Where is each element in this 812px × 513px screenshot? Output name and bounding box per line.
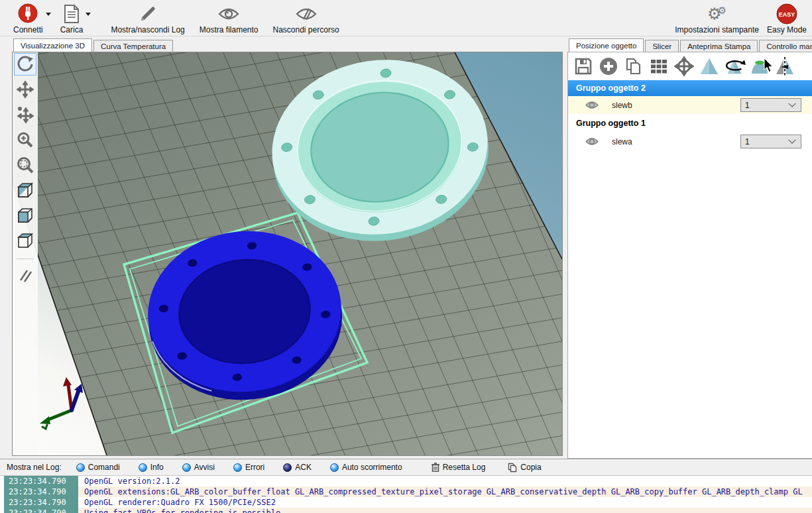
log-toggle-info[interactable]: Info: [139, 463, 164, 472]
copies-value: 1: [741, 137, 789, 146]
isometric-view-button[interactable]: [14, 179, 36, 201]
right-panel-tabs: Posizione oggetto Slicer Anteprima Stamp…: [569, 37, 812, 52]
object-group-header-2[interactable]: Gruppo oggetto 2: [568, 80, 812, 96]
rotate-view-button[interactable]: [14, 53, 36, 76]
axes-indicator: [40, 377, 83, 429]
parallel-projection-button[interactable]: [14, 264, 36, 287]
mirror-object-icon: [775, 56, 795, 76]
copy-object-icon: [624, 56, 644, 76]
reset-log-label: Resetta Log: [443, 463, 486, 472]
easy-mode-button[interactable]: EASY Easy Mode: [763, 2, 811, 36]
rotate-object-button[interactable]: [723, 55, 746, 78]
log-timestamp: 23:23:34.790: [4, 476, 78, 486]
toggle-log-button[interactable]: Mostra/nascondi Log: [107, 2, 188, 36]
tab-manual-control[interactable]: Controllo manuale: [759, 40, 812, 52]
connect-dropdown-caret[interactable]: [46, 13, 51, 16]
easy-badge-text: EASY: [779, 11, 795, 18]
zoom-in-icon: [17, 131, 34, 148]
center-object-button[interactable]: [673, 55, 695, 78]
copy-icon: [508, 463, 517, 473]
show-filament-button[interactable]: Mostra filamento: [196, 2, 262, 36]
front-view-icon: [16, 206, 34, 225]
log-toggle-errors[interactable]: Errori: [233, 463, 264, 472]
reset-log-button[interactable]: Resetta Log: [432, 463, 486, 472]
mirror-object-button[interactable]: [774, 55, 796, 78]
chevron-down-icon: [788, 99, 795, 107]
tab-temperature-curve[interactable]: Curva Temperatura: [93, 40, 173, 52]
copy-log-label: Copia: [520, 463, 541, 472]
top-view-button[interactable]: [14, 229, 36, 252]
log-toolbar: Mostra nel Log: Comandi Info Avvisi Erro…: [0, 459, 812, 476]
log-row: 23:23:34.790 OpenGL version:2.1.2: [0, 476, 812, 486]
copy-log-button[interactable]: Copia: [508, 463, 541, 473]
document-icon: [63, 3, 80, 25]
rotate-object-icon: [723, 56, 746, 76]
load-button[interactable]: Carica: [56, 2, 87, 36]
plug-icon: [17, 3, 38, 25]
add-object-icon: [599, 56, 618, 76]
tab-object-placement[interactable]: Posizione oggetto: [569, 38, 644, 52]
front-view-button[interactable]: [14, 204, 36, 227]
log-toggle-autoscroll[interactable]: Auto scorrimento: [330, 463, 402, 472]
autoposition-button[interactable]: [648, 55, 670, 78]
center-object-icon: [673, 56, 695, 77]
easy-mode-label: Easy Mode: [767, 25, 807, 34]
log-message: OpenGL version:2.1.2: [78, 476, 812, 486]
log-toggle-ack[interactable]: ACK: [283, 463, 312, 472]
tab-slicer[interactable]: Slicer: [645, 40, 679, 52]
save-icon: [573, 56, 593, 76]
eye-off-icon: [295, 3, 318, 25]
log-row: 23:23:34.790 OpenGL extensions:GL_ARB_co…: [0, 486, 812, 497]
toggle-label: Comandi: [88, 463, 120, 472]
right-panel: Posizione oggetto Slicer Anteprima Stamp…: [567, 37, 812, 459]
tab-object-placement-label: Posizione oggetto: [576, 42, 636, 50]
printer-settings-label: Impostazioni stampante: [675, 25, 759, 34]
add-object-button[interactable]: [597, 55, 620, 78]
log-toggle-warnings[interactable]: Avvisi: [182, 463, 215, 472]
viewport-tool-strip: [13, 52, 38, 455]
top-view-icon: [16, 231, 34, 250]
toggle-label: Errori: [245, 463, 264, 472]
copy-object-button[interactable]: [622, 55, 645, 78]
toggle-orb-icon: [182, 463, 191, 472]
toggle-label: ACK: [295, 463, 312, 472]
log-output[interactable]: 23:23:34.790 OpenGL version:2.1.2 23:23:…: [0, 476, 812, 513]
mouse-cursor: [764, 58, 776, 74]
object-row-slewa[interactable]: slewa 1: [568, 133, 812, 150]
tab-print-preview-label: Anteprima Stampa: [687, 42, 750, 50]
log-timestamp: 23:23:34.790: [4, 508, 78, 513]
connect-button[interactable]: Connetti: [9, 2, 47, 36]
log-toggle-commands[interactable]: Comandi: [76, 463, 120, 472]
viewport-3d[interactable]: [12, 52, 563, 456]
zoom-in-button[interactable]: [14, 129, 36, 151]
save-object-button[interactable]: [572, 55, 595, 78]
zoom-fit-button[interactable]: [14, 154, 36, 176]
toggle-orb-icon: [76, 463, 85, 472]
log-message: Using fast VBOs for rendering is possibl…: [78, 508, 812, 513]
visibility-eye-icon[interactable]: [585, 101, 599, 109]
tab-3d-view[interactable]: Visualizzazione 3D: [13, 38, 92, 52]
log-row: 23:23:34.790 OpenGL renderer:Quadro FX 1…: [0, 497, 812, 508]
scale-object-icon: [699, 56, 719, 76]
object-group-header-1[interactable]: Gruppo oggetto 1: [568, 114, 812, 133]
load-dropdown-caret[interactable]: [86, 13, 91, 16]
3d-scene[interactable]: [13, 52, 562, 455]
object-placement-panel: Gruppo oggetto 2 slewb 1 Gruppo oggetto …: [567, 52, 812, 459]
log-message: OpenGL renderer:Quadro FX 1500/PCIe/SSE2: [78, 497, 812, 508]
repetier-host-window: { "toolbar": { "items": [ {"label": "Con…: [0, 0, 812, 513]
group-1-title: Gruppo oggetto 1: [576, 119, 646, 128]
object-row-slewb[interactable]: slewb 1: [568, 96, 812, 114]
log-row: 23:23:34.790 Using fast VBOs for renderi…: [0, 508, 812, 513]
hide-travel-button[interactable]: Nascondi percorso: [269, 2, 343, 36]
move-view-button[interactable]: [14, 78, 36, 101]
tab-print-preview[interactable]: Anteprima Stampa: [680, 40, 758, 52]
printer-settings-button[interactable]: ⚙⚙ Impostazioni stampante: [671, 2, 763, 36]
toggle-label: Info: [150, 463, 164, 472]
object-name: slewa: [612, 137, 632, 146]
connect-label: Connetti: [13, 25, 43, 34]
copies-dropdown-slewa[interactable]: 1: [740, 135, 801, 148]
move-object-button[interactable]: [14, 103, 36, 126]
scale-object-button[interactable]: [698, 55, 721, 78]
copies-dropdown-slewb[interactable]: 1: [740, 98, 801, 112]
visibility-eye-icon[interactable]: [585, 137, 599, 146]
